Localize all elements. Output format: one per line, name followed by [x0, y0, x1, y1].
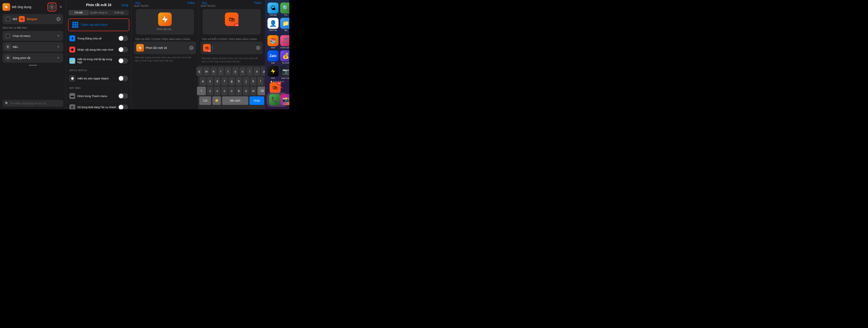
key-i[interactable]: i	[247, 67, 253, 76]
key-done[interactable]: Nhập	[249, 96, 264, 105]
key-x[interactable]: x	[214, 87, 220, 95]
menubar-toggle[interactable]	[118, 93, 128, 99]
key-z[interactable]: z	[207, 87, 213, 95]
preview-container-p4: XEM TRƯỚC 🛍 4.4	[198, 5, 265, 36]
shortcut-name-input[interactable]	[146, 46, 188, 50]
done-button[interactable]: Xong	[121, 3, 128, 7]
dock-phone[interactable]: 📞	[269, 94, 280, 105]
key-b[interactable]: b	[236, 87, 242, 95]
cancel-button-p4[interactable]: Hủy	[202, 1, 207, 5]
preview-label-p4: XEM TRƯỚC	[200, 5, 263, 7]
key-space[interactable]: dấu cách	[222, 96, 248, 105]
tab-settings[interactable]: Thiết lập	[109, 10, 129, 15]
dazz-label: Dazz Cam	[281, 77, 289, 79]
add-to-home-row[interactable]: Thêm vào MH chính	[68, 19, 129, 31]
key-shift[interactable]: ⇧	[197, 87, 206, 95]
app-contacts[interactable]: 👤 Danh bạ	[268, 18, 279, 33]
contacts-label: Danh bạ	[269, 29, 277, 31]
key-e[interactable]: e	[211, 67, 217, 76]
key-l[interactable]: l	[257, 77, 264, 86]
key-c[interactable]: c	[221, 87, 227, 95]
dock-instagram[interactable]: 📸	[280, 94, 289, 105]
add-choose-button[interactable]: +	[56, 33, 61, 38]
add-if-button[interactable]: +	[56, 44, 61, 49]
finance-label: Tài chính	[282, 62, 289, 64]
app-dazz[interactable]: 📷 Dazz Cam	[280, 66, 289, 79]
stop-text: Dừng phím tắt	[13, 56, 56, 60]
close-button[interactable]: ✕	[58, 4, 63, 9]
shopee-label: Shopee	[27, 18, 37, 21]
option-quickaction[interactable]: ⚙ Sử dụng dưới dạng Tác vụ nhanh	[66, 102, 131, 109]
app-find[interactable]: 🔍 Tìm	[280, 3, 289, 16]
key-d[interactable]: d	[214, 77, 220, 86]
action-row-stop[interactable]: ✕ Dừng phím tắt +	[3, 53, 63, 63]
app-ppe[interactable]: PPE	[268, 66, 279, 79]
key-n[interactable]: n	[243, 87, 249, 95]
menubar-text: Ghim trong Thanh menu	[78, 95, 116, 98]
tab-detail[interactable]: Chi tiết	[68, 10, 89, 15]
key-j[interactable]: j	[243, 77, 249, 86]
key-w[interactable]: w	[204, 67, 210, 76]
app-files[interactable]: 📁 Tệp	[280, 18, 289, 33]
instagram-icon: 📸	[280, 94, 289, 105]
key-emoji[interactable]: 😊	[212, 96, 221, 105]
home-content: 🌤 Thời tiết 🔍 Tìm Phím tắt 🏠 Nhà 👤	[267, 2, 288, 108]
apple-watch-label: APPLE WATCH	[66, 67, 131, 73]
key-f[interactable]: f	[221, 77, 227, 86]
name-clear-button-p4[interactable]: ✕	[256, 46, 260, 50]
option-sleep[interactable]: 🌙 Hiển thị trong chế độ tập trung Ngủ	[66, 55, 131, 67]
shortcuts-icon	[3, 3, 10, 11]
key-a[interactable]: a	[200, 77, 206, 86]
key-num[interactable]: 123	[199, 96, 211, 105]
screen-toggle[interactable]	[118, 47, 128, 52]
open-app-row: ⊞ Mở 🛍 Shopee ✕	[3, 14, 63, 24]
add-stop-button[interactable]: +	[56, 56, 61, 60]
quickaction-toggle[interactable]	[118, 104, 128, 109]
key-g[interactable]: g	[229, 77, 235, 86]
panel2-title: Phím tắt mới 16	[86, 3, 112, 7]
key-y[interactable]: y	[232, 67, 238, 76]
if-icon: Y	[5, 44, 10, 50]
zalo-icon: Zalo	[268, 51, 279, 61]
sleep-toggle[interactable]	[118, 58, 128, 64]
key-t[interactable]: t	[225, 67, 231, 76]
app-books[interactable]: 📚 Sách	[268, 35, 279, 49]
key-o[interactable]: o	[254, 67, 260, 76]
tab-bar: Chi tiết Quyền riêng tư Thiết lập	[68, 10, 129, 15]
option-screen[interactable]: ⏺ Nhận nội dung trên màn hình	[66, 44, 131, 55]
key-m[interactable]: m	[250, 87, 256, 95]
key-q[interactable]: q	[196, 67, 202, 76]
name-section-label-p4: TÊN VÀ BIỂU TƯỢNG TRÊN MÀN HÌNH CHÍNH	[198, 36, 265, 41]
key-k[interactable]: k	[250, 77, 256, 86]
choose-menu-icon: ⊞	[5, 33, 10, 39]
key-r[interactable]: r	[218, 67, 224, 76]
key-h[interactable]: h	[236, 77, 242, 86]
add-button-p4[interactable]: Thêm	[254, 1, 261, 5]
option-share[interactable]: ⬆ Trong Bảng chia sẻ	[66, 33, 131, 44]
app-finance[interactable]: 💰 Tài chính	[280, 51, 289, 64]
share-toggle[interactable]	[118, 36, 128, 41]
panel2-header: Phím tắt mới 16 Xong	[66, 0, 131, 9]
action-row-choose[interactable]: ⊞ Chọn từ menu +	[3, 31, 63, 41]
filter-button[interactable]	[49, 4, 55, 10]
key-u[interactable]: u	[240, 67, 245, 76]
panel-shortcut-detail: Phím tắt mới 16 Xong Chi tiết Quyền riên…	[66, 0, 131, 109]
zalo-label: Zalo	[271, 62, 275, 64]
bottom-search-bar[interactable]: 🔍 Tìm kiếm ứng dụng và tác vụ	[3, 100, 63, 107]
app-weather[interactable]: 🌤 Thời tiết	[268, 3, 279, 16]
panel-preview: Hủy Thêm XEM TRƯỚC Phím tắt mới... TÊN V…	[131, 0, 198, 109]
add-button-p3[interactable]: Thêm	[187, 1, 195, 5]
name-input-row-p4: 🛍 4.4 ✕	[200, 41, 263, 54]
key-v[interactable]: v	[229, 87, 235, 95]
name-clear-button[interactable]: ✕	[189, 46, 193, 50]
tab-privacy[interactable]: Quyền riêng tư	[89, 10, 109, 15]
cancel-button-p3[interactable]: Hủy	[135, 1, 141, 5]
clear-button[interactable]: ✕	[56, 17, 61, 21]
watch-toggle[interactable]	[118, 76, 128, 81]
option-watch[interactable]: ⌚ Hiển thị trên Apple Watch	[66, 73, 131, 84]
key-s[interactable]: s	[207, 77, 213, 86]
app-itunes[interactable]: 🎵 iTunes Store	[280, 35, 289, 49]
app-zalo[interactable]: Zalo Zalo	[268, 51, 279, 64]
action-row-if[interactable]: Y Nếu +	[3, 42, 63, 52]
option-menubar[interactable]: ▬ Ghim trong Thanh menu	[66, 91, 131, 102]
